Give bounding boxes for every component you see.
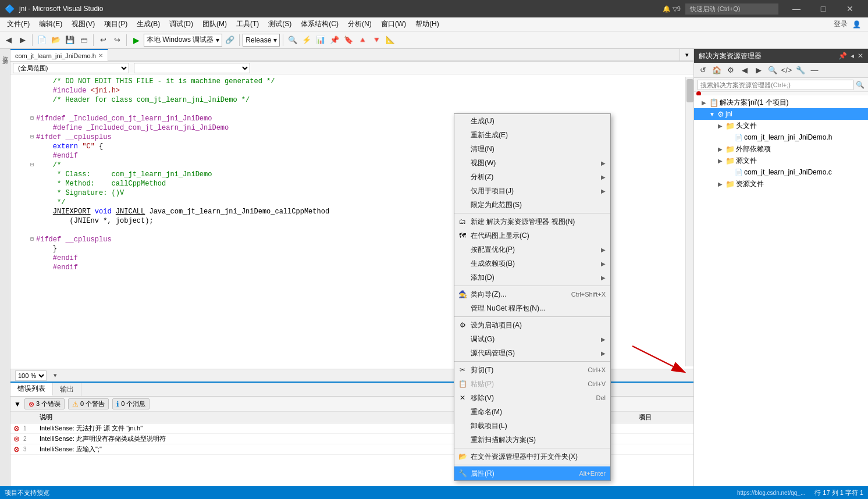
toolbar-b7[interactable]: 📐 [384,34,397,47]
zoom-select[interactable]: 100 % [15,370,47,381]
toolbar-b2[interactable]: 📊 [314,34,327,47]
ctx-unload[interactable]: 卸载项目(L) [454,419,610,433]
error-messages-btn[interactable]: ℹ 0 个消息 [112,398,150,409]
ctx-setstartup[interactable]: ⚙ 设为启动项目(A) [454,318,610,332]
expand-icon-headers[interactable]: ▶ [716,123,724,129]
ctx-projonly[interactable]: 仅用于项目(J) ▶ [454,184,610,198]
se-home-btn[interactable]: 🏠 [710,64,723,77]
ctx-remove[interactable]: ✕ 移除(V) Del [454,391,610,405]
toolbar-new[interactable]: 📄 [35,34,48,47]
expand-icon-extdeps[interactable]: ▶ [716,146,724,152]
menu-edit[interactable]: 编辑(E) [34,18,67,31]
ctx-rescan[interactable]: 重新扫描解决方案(S) [454,433,610,447]
toolbar-b4[interactable]: 🔖 [342,34,355,47]
scope-select2[interactable] [134,63,250,73]
se-props-btn[interactable]: 🔧 [794,64,807,77]
ctx-clean[interactable]: 清理(N) [454,142,610,156]
menu-file[interactable]: 文件(F) [2,18,34,31]
ctx-srcctrl[interactable]: 源代码管理(S) ▶ [454,346,610,360]
tree-item-extdeps[interactable]: ▶ 📁 外部依赖项 [694,143,868,155]
scrollbar-right[interactable] [685,77,693,366]
toolbar-save[interactable]: 💾 [63,34,76,47]
se-settings-btn[interactable]: ⚙ [724,64,737,77]
configuration-dropdown[interactable]: Release ▾ [243,34,280,47]
tree-item-jni[interactable]: ▼ ⚙ jni [694,108,868,120]
solution-search-input[interactable] [698,80,853,90]
tree-item-jnidemo-h[interactable]: 📄 com_jt_learn_jni_JniDemo.h [694,131,868,143]
tab-dropdown-btn[interactable]: ▾ [680,49,693,61]
ctx-newview[interactable]: 🗂 新建 解决方案资源管理器 视图(N) [454,215,610,229]
error-errors-btn[interactable]: ⊗ 3 个错误 [24,398,65,409]
login-link[interactable]: 登录 [834,19,848,29]
toolbar-save-all[interactable]: 🗃 [77,34,90,47]
ctx-nuget[interactable]: 管理 NuGet 程序包(N)... [454,301,610,315]
ctx-openinfolder[interactable]: 📂 在文件资源管理器中打开文件夹(X) [454,450,610,464]
menu-debug[interactable]: 调试(D) [165,18,198,31]
editor-tab-active[interactable]: com_jt_learn_jni_JniDemo.h ✕ [10,49,108,61]
se-code-btn[interactable]: </> [780,64,793,77]
toolbar-b6[interactable]: 🔻 [370,34,383,47]
se-close-icon[interactable]: ✕ [858,52,863,60]
toolbar-back[interactable]: ◀ [2,34,15,47]
menu-team[interactable]: 团队(M) [198,18,232,31]
error-warnings-btn[interactable]: ⚠ 0 个警告 [68,398,109,409]
minimize-button[interactable]: — [783,0,810,17]
menu-analyze[interactable]: 分析(N) [343,18,376,31]
menu-view[interactable]: 视图(V) [67,18,99,31]
expand-icon-sources[interactable]: ▶ [716,158,724,164]
ctx-add[interactable]: 添加(D) ▶ [454,270,610,284]
menu-help[interactable]: 帮助(H) [411,18,444,31]
ctx-classwizard[interactable]: 🧙 类向导(Z)... Ctrl+Shift+X [454,287,610,301]
search-quicklaunch[interactable]: 快速启动 (Ctrl+Q) [685,3,778,15]
error-tab-output[interactable]: 输出 [53,383,81,396]
menu-test[interactable]: 测试(S) [264,18,296,31]
debug-target-dropdown[interactable]: 本地 Windows 调试器 ▾ [144,34,222,47]
search-icon[interactable]: 🔍 [856,81,865,89]
se-filter-btn[interactable]: 🔍 [766,64,779,77]
toolbar-run[interactable]: ▶ [130,34,143,47]
error-filter-arrow[interactable]: ▼ [14,400,21,408]
se-next-btn[interactable]: ▶ [752,64,765,77]
ctx-debug[interactable]: 调试(G) ▶ [454,332,610,346]
toolbar-b1[interactable]: ⚡ [300,34,313,47]
expand-icon-resources[interactable]: ▶ [716,181,724,187]
expand-icon-jni[interactable]: ▼ [708,111,716,117]
toolbar-redo[interactable]: ↪ [111,34,123,47]
toolbar-find[interactable]: 🔍 [286,34,299,47]
ctx-rebuild[interactable]: 重新生成(E) [454,128,610,142]
ctx-scope[interactable]: 限定为此范围(S) [454,198,610,212]
menu-tools[interactable]: 工具(T) [232,18,264,31]
expand-icon-solution[interactable]: ▶ [700,99,708,106]
tree-item-headers[interactable]: ▶ 📁 头文件 [694,120,868,131]
se-prev-btn[interactable]: ◀ [738,64,751,77]
toolbar-b5[interactable]: 🔺 [356,34,369,47]
pin-icon[interactable]: 📌 [838,52,847,60]
tree-item-jnidemo-c[interactable]: 📄 com_jt_learn_jni_JniDemo.c [694,166,868,178]
toolbar-undo[interactable]: ↩ [97,34,109,47]
ctx-analyze[interactable]: 分析(Z) ▶ [454,170,610,184]
close-button[interactable]: ✕ [837,0,863,17]
ctx-builddeps[interactable]: 生成依赖项(B) ▶ [454,256,610,270]
se-dash-btn[interactable]: — [808,64,821,77]
se-refresh-btn[interactable]: ↺ [696,64,709,77]
menu-window[interactable]: 窗口(W) [376,18,411,31]
scope-select[interactable]: (全局范围) [13,63,129,73]
toolbar-attach[interactable]: 🔗 [223,34,236,47]
menu-build[interactable]: 生成(B) [132,18,165,31]
ctx-build[interactable]: 生成(U) [454,114,610,128]
tree-item-solution[interactable]: ▶ 📋 解决方案'jni'(1 个项目) [694,97,868,108]
ctx-pgo[interactable]: 按配置优化(P) ▶ [454,243,610,256]
tree-item-resources[interactable]: ▶ 📁 资源文件 [694,178,868,190]
se-arrow-icon[interactable]: ◂ [851,52,854,60]
menu-project[interactable]: 项目(P) [99,18,132,31]
error-tab-errorlist[interactable]: 错误列表 [10,383,53,396]
ctx-properties[interactable]: 🔧 属性(R) Alt+Enter [454,466,610,480]
toolbar-open[interactable]: 📂 [49,34,62,47]
ctx-view[interactable]: 视图(W) ▶ [454,156,610,170]
ctx-rename[interactable]: 重命名(M) [454,405,610,419]
tab-close-btn[interactable]: ✕ [98,52,103,59]
maximize-button[interactable]: □ [810,0,837,17]
ctx-codemap[interactable]: 🗺 在代码图上显示(C) [454,229,610,243]
menu-arch[interactable]: 体系结构(C) [296,18,343,31]
ctx-cut[interactable]: ✂ 剪切(T) Ctrl+X [454,363,610,377]
